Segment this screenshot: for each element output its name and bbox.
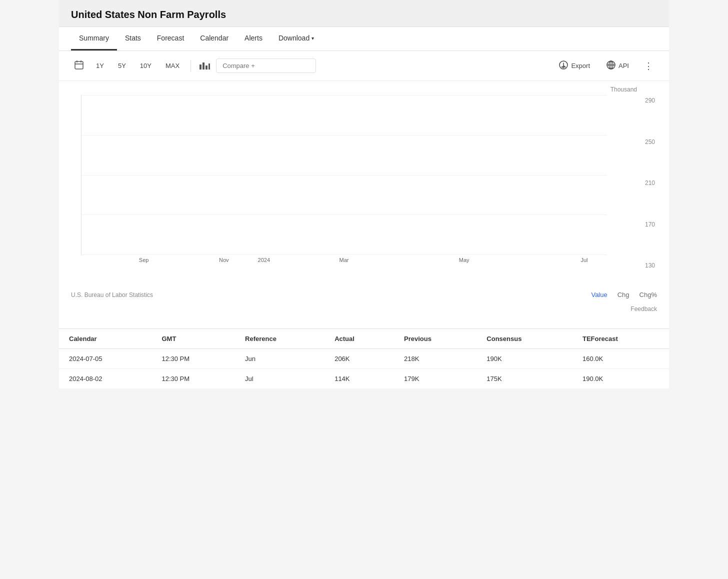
col-header-previous: Previous bbox=[394, 329, 476, 349]
cell-calendar: 2024-07-05 bbox=[59, 349, 152, 369]
tab-forecast[interactable]: Forecast bbox=[149, 27, 192, 50]
col-header-teforecast: TEForecast bbox=[572, 329, 669, 349]
col-header-reference: Reference bbox=[235, 329, 324, 349]
chart-value-tabs: Value Chg Chg% bbox=[591, 291, 657, 298]
x-label: Jul bbox=[566, 257, 603, 263]
data-table-section: Calendar GMT Reference Actual Previous C… bbox=[59, 318, 669, 388]
x-label: Nov bbox=[205, 257, 242, 263]
y-label: 210 bbox=[632, 180, 657, 186]
x-label bbox=[406, 257, 443, 263]
x-axis: Sep Nov 2024 Mar May Jul bbox=[81, 255, 607, 263]
tab-summary[interactable]: Summary bbox=[71, 27, 117, 50]
page-header: United States Non Farm Payrolls bbox=[59, 0, 669, 27]
cell-consensus: 190K bbox=[476, 349, 572, 369]
data-table: Calendar GMT Reference Actual Previous C… bbox=[59, 328, 669, 388]
chart-footer: U.S. Bureau of Labor Statistics Value Ch… bbox=[59, 285, 669, 302]
tab-stats[interactable]: Stats bbox=[117, 27, 149, 50]
range-1y-button[interactable]: 1Y bbox=[91, 59, 109, 72]
x-label: 2024 bbox=[245, 257, 282, 263]
cell-reference: Jun bbox=[235, 349, 324, 369]
cell-calendar: 2024-08-02 bbox=[59, 369, 152, 389]
more-options-button[interactable]: ⋮ bbox=[640, 58, 657, 74]
range-10y-button[interactable]: 10Y bbox=[135, 59, 156, 72]
x-label: Sep bbox=[125, 257, 162, 263]
cell-gmt: 12:30 PM bbox=[152, 369, 235, 389]
source-label: U.S. Bureau of Labor Statistics bbox=[71, 292, 153, 298]
divider-1 bbox=[190, 60, 191, 72]
col-header-gmt: GMT bbox=[152, 329, 235, 349]
bars-container bbox=[82, 95, 607, 254]
col-header-calendar: Calendar bbox=[59, 329, 152, 349]
api-label: API bbox=[618, 62, 629, 70]
chg-tab[interactable]: Chg bbox=[618, 291, 630, 298]
chart-container: Sep Nov 2024 Mar May Jul 290 250 bbox=[71, 95, 657, 285]
x-label bbox=[486, 257, 523, 263]
col-header-consensus: Consensus bbox=[476, 329, 572, 349]
page-title: United States Non Farm Payrolls bbox=[71, 9, 657, 20]
chart-toolbar: 1Y 5Y 10Y MAX bbox=[59, 51, 669, 81]
cell-previous: 179K bbox=[394, 369, 476, 389]
y-label: 250 bbox=[632, 138, 657, 146]
range-max-button[interactable]: MAX bbox=[160, 59, 184, 72]
cell-teforecast: 190.0K bbox=[572, 369, 669, 389]
feedback-label[interactable]: Feedback bbox=[630, 306, 657, 312]
table-row: 2024-08-0212:30 PMJul114K179K175K190.0K bbox=[59, 369, 669, 389]
tab-calendar[interactable]: Calendar bbox=[192, 27, 236, 50]
value-tab[interactable]: Value bbox=[591, 291, 607, 298]
cell-gmt: 12:30 PM bbox=[152, 349, 235, 369]
cell-actual: 114K bbox=[324, 369, 394, 389]
svg-rect-7 bbox=[208, 64, 210, 70]
table-row: 2024-07-0512:30 PMJun206K218K190K160.0K bbox=[59, 349, 669, 369]
x-label: Mar bbox=[325, 257, 362, 263]
export-label: Export bbox=[571, 62, 590, 70]
svg-rect-5 bbox=[202, 62, 204, 70]
feedback-row: Feedback bbox=[59, 302, 669, 318]
x-label bbox=[366, 257, 403, 263]
y-label: 130 bbox=[632, 262, 657, 269]
x-label bbox=[165, 257, 202, 263]
y-label: 170 bbox=[632, 221, 657, 228]
api-button[interactable]: API bbox=[601, 57, 634, 74]
compare-input[interactable] bbox=[216, 58, 316, 73]
calendar-icon[interactable] bbox=[71, 57, 87, 74]
tab-alerts[interactable]: Alerts bbox=[236, 27, 270, 50]
api-icon bbox=[606, 60, 616, 72]
tab-download[interactable]: Download ▾ bbox=[270, 27, 322, 50]
svg-rect-4 bbox=[200, 64, 202, 70]
range-5y-button[interactable]: 5Y bbox=[113, 59, 131, 72]
chart-area: Thousand bbox=[59, 81, 669, 285]
export-icon bbox=[558, 60, 568, 72]
svg-rect-6 bbox=[206, 66, 208, 70]
dropdown-arrow-icon: ▾ bbox=[312, 36, 314, 41]
nav-tabs: Summary Stats Forecast Calendar Alerts D… bbox=[59, 27, 669, 51]
y-axis: 290 250 210 170 130 bbox=[632, 95, 657, 285]
x-label bbox=[526, 257, 563, 263]
y-label: 290 bbox=[632, 97, 657, 104]
export-button[interactable]: Export bbox=[554, 57, 595, 74]
toolbar-right: Export API ⋮ bbox=[554, 57, 657, 74]
cell-reference: Jul bbox=[235, 369, 324, 389]
chart-unit-label: Thousand bbox=[71, 86, 657, 93]
cell-consensus: 175K bbox=[476, 369, 572, 389]
x-label bbox=[285, 257, 322, 263]
cell-actual: 206K bbox=[324, 349, 394, 369]
cell-teforecast: 160.0K bbox=[572, 349, 669, 369]
col-header-actual: Actual bbox=[324, 329, 394, 349]
x-label: May bbox=[446, 257, 483, 263]
chgpct-tab[interactable]: Chg% bbox=[640, 291, 657, 298]
chart-type-icon[interactable] bbox=[197, 58, 212, 73]
cell-previous: 218K bbox=[394, 349, 476, 369]
svg-rect-0 bbox=[75, 62, 83, 69]
x-label bbox=[85, 257, 122, 263]
